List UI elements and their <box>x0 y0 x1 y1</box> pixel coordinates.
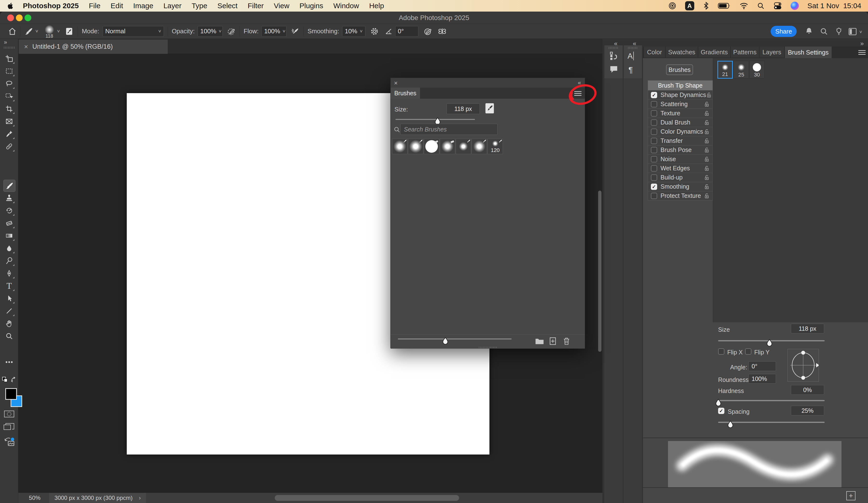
opacity-pressure-icon[interactable] <box>227 27 236 36</box>
spacing-slider[interactable] <box>718 422 825 423</box>
status-chevron-icon[interactable]: › <box>139 495 141 501</box>
comments-icon[interactable] <box>609 65 618 74</box>
menu-clock[interactable]: Sat 1 Nov 15:04 <box>807 2 861 10</box>
brush-tip-preset-25[interactable]: 25 <box>734 61 749 79</box>
vertical-scrollbar-thumb[interactable] <box>598 191 601 352</box>
brush-preview[interactable]: 118 <box>44 25 54 38</box>
tools-grip-handle[interactable] <box>4 47 14 49</box>
setting-row-texture[interactable]: Texture <box>648 109 713 118</box>
brush-picker-icon[interactable] <box>485 102 495 114</box>
setting-row-smoothing[interactable]: ✓Smoothing <box>648 182 713 191</box>
size-value-field[interactable]: 118 px <box>791 324 824 333</box>
gradient-tool[interactable] <box>3 230 15 241</box>
line-tool[interactable] <box>3 305 15 317</box>
setting-row-brush-pose[interactable]: Brush Pose <box>648 145 713 155</box>
setting-row-scattering[interactable]: Scattering <box>648 100 713 109</box>
menu-edit[interactable]: Edit <box>111 2 123 10</box>
panel-menu-icon[interactable] <box>858 50 866 55</box>
document-info[interactable]: 3000 px x 3000 px (300 ppcm) › <box>49 493 146 503</box>
expand-dock-icon[interactable]: » <box>860 40 864 47</box>
tab-color[interactable]: Color <box>644 47 665 58</box>
airbrush-icon[interactable] <box>291 27 300 36</box>
lock-icon[interactable] <box>704 138 710 144</box>
checkbox[interactable] <box>651 147 657 153</box>
roundness-value-field[interactable]: 100% <box>748 374 776 384</box>
brush-preset-tile[interactable] <box>408 139 423 154</box>
preview-size-slider[interactable] <box>398 339 512 340</box>
tool-preset-chevron-icon[interactable]: ˅ <box>35 29 38 34</box>
eraser-tool[interactable] <box>3 217 15 229</box>
setting-row-shape-dynamics[interactable]: ✓Shape Dynamics <box>648 90 713 100</box>
share-button[interactable]: Share <box>771 26 797 37</box>
checkbox[interactable] <box>651 119 657 126</box>
lock-icon[interactable] <box>704 101 710 107</box>
frame-tool[interactable] <box>3 115 15 127</box>
brush-preset-tile[interactable] <box>440 139 455 154</box>
size-pressure-icon[interactable] <box>424 27 432 36</box>
rectangular-marquee-tool[interactable] <box>3 66 15 77</box>
clone-stamp-tool[interactable] <box>3 192 15 204</box>
menu-image[interactable]: Image <box>133 2 153 10</box>
panel-resize-grip[interactable] <box>479 347 497 348</box>
tab-brush-settings[interactable]: Brush Settings <box>785 47 831 58</box>
hand-tool[interactable] <box>3 318 15 329</box>
character-panel-icon[interactable]: A <box>628 52 636 61</box>
paint-symmetry-icon[interactable] <box>437 27 447 36</box>
create-new-brush-button[interactable]: + <box>846 491 856 500</box>
flip-x-checkbox[interactable] <box>718 348 724 355</box>
setting-row-noise[interactable]: Noise <box>648 155 713 164</box>
smoothing-options-gear-icon[interactable] <box>370 27 379 36</box>
brush-picker-chevron-icon[interactable]: ˅ <box>57 29 60 34</box>
checkbox[interactable] <box>651 174 657 181</box>
menu-layer[interactable]: Layer <box>163 2 182 10</box>
brush-preset-tile[interactable] <box>456 139 471 154</box>
search-brushes-input[interactable] <box>400 124 498 135</box>
move-tool[interactable] <box>3 53 15 64</box>
spotlight-icon[interactable] <box>757 2 765 10</box>
default-colors-icon[interactable] <box>2 376 10 383</box>
swap-colors-icon[interactable] <box>10 376 17 383</box>
zoom-level-field[interactable]: 50% <box>29 495 41 501</box>
setting-row-build-up[interactable]: Build-up <box>648 173 713 182</box>
collapse-panel-icon[interactable]: « <box>578 79 581 86</box>
close-panel-icon[interactable]: × <box>394 79 397 87</box>
discover-lightbulb-icon[interactable] <box>835 27 843 36</box>
checkbox[interactable] <box>651 193 657 199</box>
bluetooth-icon[interactable] <box>703 2 709 10</box>
brush-size-field[interactable]: 118 px <box>446 103 480 114</box>
object-selection-tool[interactable] <box>3 90 15 102</box>
hardness-slider[interactable] <box>717 400 825 401</box>
menu-app-name[interactable]: Photoshop 2025 <box>23 2 79 10</box>
tab-patterns[interactable]: Patterns <box>731 47 759 58</box>
home-icon[interactable] <box>8 27 17 36</box>
setting-row-wet-edges[interactable]: Wet Edges <box>648 164 713 173</box>
lock-icon[interactable] <box>704 156 710 162</box>
brush-preset-tile[interactable] <box>392 139 407 154</box>
spacing-slider-thumb[interactable] <box>727 421 734 428</box>
blur-tool[interactable] <box>3 242 15 254</box>
checkbox[interactable] <box>651 165 657 172</box>
angle-value-field[interactable]: 0° <box>748 361 776 371</box>
apple-menu-icon[interactable] <box>7 2 14 10</box>
airplay-icon[interactable] <box>668 2 676 10</box>
checkbox[interactable] <box>651 110 657 117</box>
angle-roundness-dial[interactable] <box>787 349 819 382</box>
pen-tool[interactable] <box>3 268 15 279</box>
brush-tip-shape-row[interactable]: Brush Tip Shape <box>648 81 713 90</box>
menu-type[interactable]: Type <box>192 2 207 10</box>
checkbox[interactable] <box>651 101 657 107</box>
lock-icon[interactable] <box>704 120 710 125</box>
menu-plugins[interactable]: Plugins <box>300 2 323 10</box>
menu-view[interactable]: View <box>274 2 289 10</box>
checkbox[interactable] <box>651 138 657 144</box>
foreground-color-swatch[interactable] <box>5 388 17 400</box>
input-source-icon[interactable]: A <box>685 1 694 10</box>
brush-tool-preset-icon[interactable] <box>24 27 33 36</box>
quick-mask-icon[interactable] <box>4 410 14 418</box>
battery-icon[interactable] <box>718 2 731 9</box>
tab-gradients[interactable]: Gradients <box>698 47 730 58</box>
brush-tip-preset-30[interactable]: 30 <box>749 61 765 79</box>
brush-preset-tile[interactable] <box>424 139 439 154</box>
setting-row-dual-brush[interactable]: Dual Brush <box>648 118 713 127</box>
lasso-tool[interactable] <box>3 78 15 90</box>
